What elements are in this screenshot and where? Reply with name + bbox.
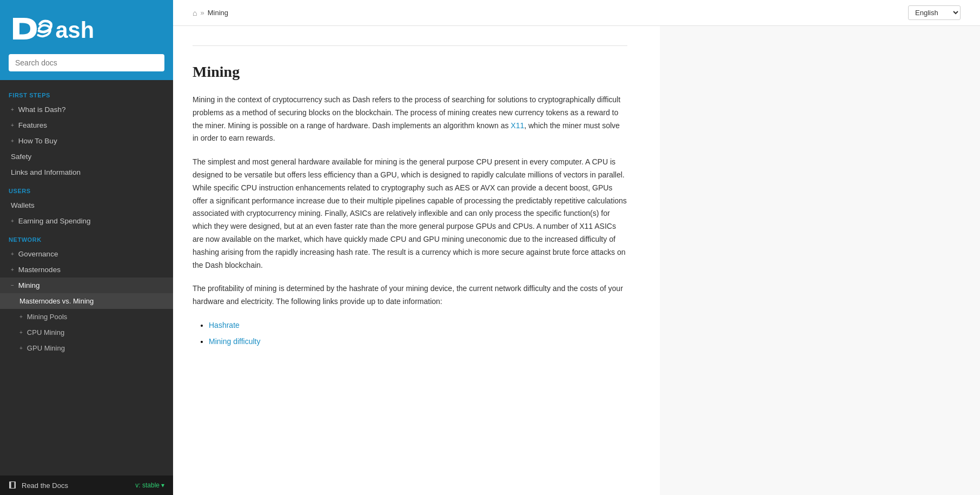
x11-link[interactable]: X11 xyxy=(511,121,524,130)
nav-item-mining-pools[interactable]: + Mining Pools xyxy=(0,309,173,325)
nav-item-cpu-mining[interactable]: + CPU Mining xyxy=(0,325,173,340)
nav-section-network: NETWORK xyxy=(0,229,173,246)
book-icon xyxy=(9,481,17,490)
main-content: ⌂ » Mining English Mining Mining in the … xyxy=(173,0,980,495)
nav-item-earning-and-spending[interactable]: + Earning and Spending xyxy=(0,213,173,229)
nav-item-what-is-dash[interactable]: + What is Dash? xyxy=(0,102,173,117)
expand-icon: + xyxy=(11,122,14,128)
nav-item-safety[interactable]: Safety xyxy=(0,149,173,164)
expand-icon: + xyxy=(11,107,14,113)
expand-icon: + xyxy=(19,314,23,320)
content-paragraph-1: Mining in the context of cryptocurrency … xyxy=(193,94,627,145)
content-area: Mining Mining in the context of cryptocu… xyxy=(173,26,660,495)
expand-icon: + xyxy=(19,329,23,335)
search-input[interactable] xyxy=(9,54,164,71)
nav-item-governance[interactable]: + Governance xyxy=(0,246,173,262)
breadcrumb-current: Mining xyxy=(208,9,228,17)
bullet-list: Hashrate Mining difficulty xyxy=(209,319,627,348)
expand-icon: − xyxy=(11,282,14,288)
list-item-hashrate: Hashrate xyxy=(209,319,627,332)
list-item-mining-difficulty: Mining difficulty xyxy=(209,335,627,348)
nav-item-mining[interactable]: − Mining xyxy=(0,278,173,293)
nav-item-masternodes[interactable]: + Masternodes xyxy=(0,262,173,278)
expand-icon: + xyxy=(11,251,14,257)
nav-item-wallets[interactable]: Wallets xyxy=(0,197,173,213)
rtd-label: Read the Docs xyxy=(9,481,68,490)
nav-item-how-to-buy[interactable]: + How To Buy xyxy=(0,133,173,149)
breadcrumb-bar: ⌂ » Mining English xyxy=(173,0,980,26)
sidebar-header: ash xyxy=(0,0,173,80)
dash-logo: ash xyxy=(9,10,95,48)
nav-section-users: USERS xyxy=(0,180,173,197)
chevron-down-icon: ▾ xyxy=(161,481,164,489)
nav-item-gpu-mining[interactable]: + GPU Mining xyxy=(0,340,173,356)
page-title: Mining xyxy=(193,63,627,81)
hashrate-link[interactable]: Hashrate xyxy=(209,321,240,329)
language-select[interactable]: English xyxy=(908,5,961,20)
expand-icon: + xyxy=(11,138,14,144)
content-paragraph-3: The profitability of mining is determine… xyxy=(193,282,627,308)
content-divider xyxy=(193,45,627,46)
svg-text:ash: ash xyxy=(55,17,94,43)
sidebar: ash FIRST STEPS + What is Dash? + Featur… xyxy=(0,0,173,495)
breadcrumb-separator: » xyxy=(200,9,204,17)
mining-difficulty-link[interactable]: Mining difficulty xyxy=(209,337,260,346)
expand-icon: + xyxy=(11,218,14,224)
sidebar-nav: FIRST STEPS + What is Dash? + Features +… xyxy=(0,80,173,476)
nav-item-features[interactable]: + Features xyxy=(0,117,173,133)
nav-item-masternodes-vs-mining[interactable]: Masternodes vs. Mining xyxy=(0,293,173,309)
nav-item-links-and-information[interactable]: Links and Information xyxy=(0,164,173,180)
home-icon[interactable]: ⌂ xyxy=(193,9,197,17)
breadcrumb: ⌂ » Mining xyxy=(193,9,228,17)
expand-icon: + xyxy=(19,345,23,351)
content-paragraph-2: The simplest and most general hardware a… xyxy=(193,156,627,272)
version-badge: v: stable ▾ xyxy=(135,481,164,489)
sidebar-footer[interactable]: Read the Docs v: stable ▾ xyxy=(0,476,173,495)
nav-section-first-steps: FIRST STEPS xyxy=(0,84,173,102)
expand-icon: + xyxy=(11,267,14,273)
